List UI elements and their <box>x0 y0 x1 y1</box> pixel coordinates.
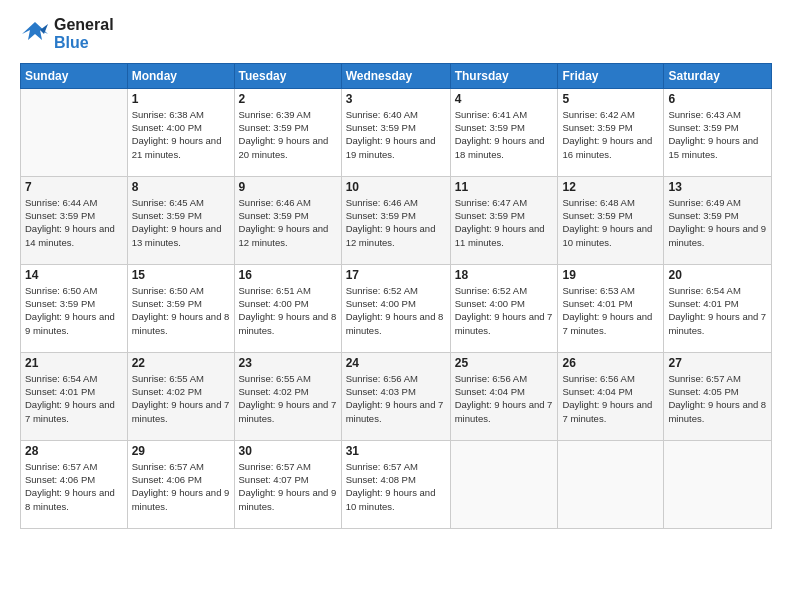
week-row-4: 21Sunrise: 6:54 AMSunset: 4:01 PMDayligh… <box>21 352 772 440</box>
calendar-cell: 21Sunrise: 6:54 AMSunset: 4:01 PMDayligh… <box>21 352 128 440</box>
day-number: 18 <box>455 268 554 282</box>
day-number: 17 <box>346 268 446 282</box>
col-header-wednesday: Wednesday <box>341 63 450 88</box>
week-row-1: 1Sunrise: 6:38 AMSunset: 4:00 PMDaylight… <box>21 88 772 176</box>
day-detail: Sunrise: 6:46 AMSunset: 3:59 PMDaylight:… <box>346 196 446 249</box>
calendar-cell: 22Sunrise: 6:55 AMSunset: 4:02 PMDayligh… <box>127 352 234 440</box>
day-number: 5 <box>562 92 659 106</box>
day-number: 7 <box>25 180 123 194</box>
calendar-cell: 10Sunrise: 6:46 AMSunset: 3:59 PMDayligh… <box>341 176 450 264</box>
day-number: 31 <box>346 444 446 458</box>
calendar-cell <box>558 440 664 528</box>
calendar-cell: 13Sunrise: 6:49 AMSunset: 3:59 PMDayligh… <box>664 176 772 264</box>
day-detail: Sunrise: 6:57 AMSunset: 4:07 PMDaylight:… <box>239 460 337 513</box>
day-number: 26 <box>562 356 659 370</box>
logo-text-line2: Blue <box>54 34 114 52</box>
day-number: 11 <box>455 180 554 194</box>
day-number: 3 <box>346 92 446 106</box>
week-row-2: 7Sunrise: 6:44 AMSunset: 3:59 PMDaylight… <box>21 176 772 264</box>
day-number: 29 <box>132 444 230 458</box>
day-detail: Sunrise: 6:57 AMSunset: 4:06 PMDaylight:… <box>132 460 230 513</box>
calendar-cell: 12Sunrise: 6:48 AMSunset: 3:59 PMDayligh… <box>558 176 664 264</box>
day-detail: Sunrise: 6:45 AMSunset: 3:59 PMDaylight:… <box>132 196 230 249</box>
calendar-cell: 2Sunrise: 6:39 AMSunset: 3:59 PMDaylight… <box>234 88 341 176</box>
col-header-monday: Monday <box>127 63 234 88</box>
day-number: 9 <box>239 180 337 194</box>
day-detail: Sunrise: 6:54 AMSunset: 4:01 PMDaylight:… <box>25 372 123 425</box>
calendar-cell: 6Sunrise: 6:43 AMSunset: 3:59 PMDaylight… <box>664 88 772 176</box>
calendar-cell: 30Sunrise: 6:57 AMSunset: 4:07 PMDayligh… <box>234 440 341 528</box>
calendar-cell: 14Sunrise: 6:50 AMSunset: 3:59 PMDayligh… <box>21 264 128 352</box>
calendar-cell: 1Sunrise: 6:38 AMSunset: 4:00 PMDaylight… <box>127 88 234 176</box>
day-detail: Sunrise: 6:57 AMSunset: 4:05 PMDaylight:… <box>668 372 767 425</box>
day-number: 15 <box>132 268 230 282</box>
day-detail: Sunrise: 6:38 AMSunset: 4:00 PMDaylight:… <box>132 108 230 161</box>
day-detail: Sunrise: 6:46 AMSunset: 3:59 PMDaylight:… <box>239 196 337 249</box>
logo-text-line1: General <box>54 16 114 34</box>
calendar-cell: 26Sunrise: 6:56 AMSunset: 4:04 PMDayligh… <box>558 352 664 440</box>
calendar-cell: 5Sunrise: 6:42 AMSunset: 3:59 PMDaylight… <box>558 88 664 176</box>
day-number: 27 <box>668 356 767 370</box>
day-detail: Sunrise: 6:57 AMSunset: 4:06 PMDaylight:… <box>25 460 123 513</box>
day-number: 4 <box>455 92 554 106</box>
day-number: 8 <box>132 180 230 194</box>
calendar-cell: 24Sunrise: 6:56 AMSunset: 4:03 PMDayligh… <box>341 352 450 440</box>
day-detail: Sunrise: 6:54 AMSunset: 4:01 PMDaylight:… <box>668 284 767 337</box>
day-detail: Sunrise: 6:55 AMSunset: 4:02 PMDaylight:… <box>132 372 230 425</box>
calendar-cell: 11Sunrise: 6:47 AMSunset: 3:59 PMDayligh… <box>450 176 558 264</box>
calendar-cell <box>21 88 128 176</box>
calendar-cell <box>664 440 772 528</box>
calendar-cell: 17Sunrise: 6:52 AMSunset: 4:00 PMDayligh… <box>341 264 450 352</box>
calendar-cell: 4Sunrise: 6:41 AMSunset: 3:59 PMDaylight… <box>450 88 558 176</box>
week-row-5: 28Sunrise: 6:57 AMSunset: 4:06 PMDayligh… <box>21 440 772 528</box>
day-number: 13 <box>668 180 767 194</box>
day-detail: Sunrise: 6:51 AMSunset: 4:00 PMDaylight:… <box>239 284 337 337</box>
calendar-cell: 9Sunrise: 6:46 AMSunset: 3:59 PMDaylight… <box>234 176 341 264</box>
page: General Blue SundayMondayTuesdayWednesda… <box>0 0 792 612</box>
calendar-cell: 31Sunrise: 6:57 AMSunset: 4:08 PMDayligh… <box>341 440 450 528</box>
calendar-cell: 3Sunrise: 6:40 AMSunset: 3:59 PMDaylight… <box>341 88 450 176</box>
col-header-sunday: Sunday <box>21 63 128 88</box>
calendar-cell: 27Sunrise: 6:57 AMSunset: 4:05 PMDayligh… <box>664 352 772 440</box>
day-detail: Sunrise: 6:39 AMSunset: 3:59 PMDaylight:… <box>239 108 337 161</box>
day-detail: Sunrise: 6:47 AMSunset: 3:59 PMDaylight:… <box>455 196 554 249</box>
calendar-cell: 23Sunrise: 6:55 AMSunset: 4:02 PMDayligh… <box>234 352 341 440</box>
header: General Blue <box>20 16 772 53</box>
calendar-cell: 25Sunrise: 6:56 AMSunset: 4:04 PMDayligh… <box>450 352 558 440</box>
calendar-cell: 28Sunrise: 6:57 AMSunset: 4:06 PMDayligh… <box>21 440 128 528</box>
day-number: 22 <box>132 356 230 370</box>
day-detail: Sunrise: 6:44 AMSunset: 3:59 PMDaylight:… <box>25 196 123 249</box>
day-detail: Sunrise: 6:42 AMSunset: 3:59 PMDaylight:… <box>562 108 659 161</box>
day-detail: Sunrise: 6:56 AMSunset: 4:03 PMDaylight:… <box>346 372 446 425</box>
col-header-thursday: Thursday <box>450 63 558 88</box>
calendar-header-row: SundayMondayTuesdayWednesdayThursdayFrid… <box>21 63 772 88</box>
calendar-cell: 29Sunrise: 6:57 AMSunset: 4:06 PMDayligh… <box>127 440 234 528</box>
calendar-cell: 8Sunrise: 6:45 AMSunset: 3:59 PMDaylight… <box>127 176 234 264</box>
day-detail: Sunrise: 6:49 AMSunset: 3:59 PMDaylight:… <box>668 196 767 249</box>
day-number: 30 <box>239 444 337 458</box>
col-header-friday: Friday <box>558 63 664 88</box>
calendar-cell: 20Sunrise: 6:54 AMSunset: 4:01 PMDayligh… <box>664 264 772 352</box>
day-number: 16 <box>239 268 337 282</box>
day-detail: Sunrise: 6:41 AMSunset: 3:59 PMDaylight:… <box>455 108 554 161</box>
day-detail: Sunrise: 6:50 AMSunset: 3:59 PMDaylight:… <box>25 284 123 337</box>
day-detail: Sunrise: 6:50 AMSunset: 3:59 PMDaylight:… <box>132 284 230 337</box>
calendar-cell <box>450 440 558 528</box>
calendar-cell: 18Sunrise: 6:52 AMSunset: 4:00 PMDayligh… <box>450 264 558 352</box>
day-number: 21 <box>25 356 123 370</box>
day-detail: Sunrise: 6:56 AMSunset: 4:04 PMDaylight:… <box>455 372 554 425</box>
calendar-table: SundayMondayTuesdayWednesdayThursdayFrid… <box>20 63 772 529</box>
calendar-cell: 19Sunrise: 6:53 AMSunset: 4:01 PMDayligh… <box>558 264 664 352</box>
col-header-saturday: Saturday <box>664 63 772 88</box>
calendar-cell: 7Sunrise: 6:44 AMSunset: 3:59 PMDaylight… <box>21 176 128 264</box>
day-number: 23 <box>239 356 337 370</box>
day-detail: Sunrise: 6:53 AMSunset: 4:01 PMDaylight:… <box>562 284 659 337</box>
day-detail: Sunrise: 6:40 AMSunset: 3:59 PMDaylight:… <box>346 108 446 161</box>
day-number: 6 <box>668 92 767 106</box>
day-number: 14 <box>25 268 123 282</box>
day-number: 25 <box>455 356 554 370</box>
day-detail: Sunrise: 6:52 AMSunset: 4:00 PMDaylight:… <box>346 284 446 337</box>
logo-icon <box>20 20 50 48</box>
logo: General Blue <box>20 16 114 53</box>
day-number: 24 <box>346 356 446 370</box>
